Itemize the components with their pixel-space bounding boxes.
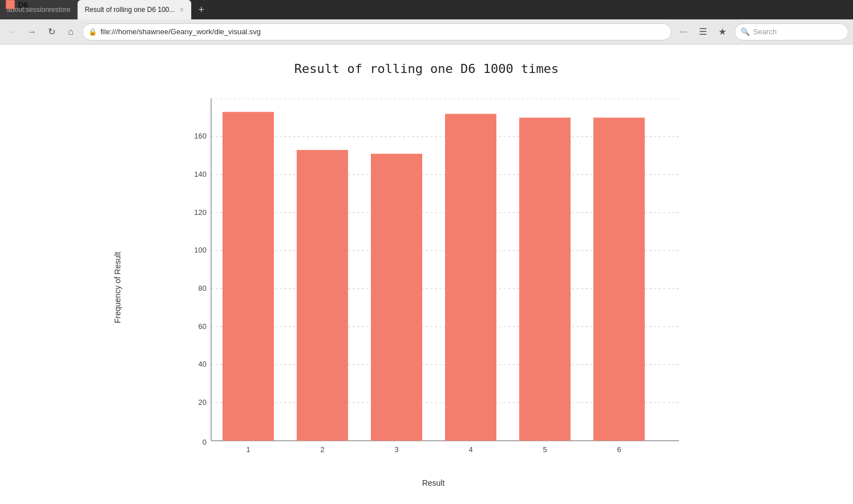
search-box[interactable]: 🔍 Search — [734, 23, 848, 40]
legend-swatch — [6, 0, 15, 9]
svg-text:6: 6 — [617, 445, 621, 454]
svg-text:5: 5 — [543, 445, 547, 454]
tab-chart-label: Result of rolling one D6 100... — [84, 6, 175, 14]
search-placeholder: Search — [753, 27, 777, 36]
bar-5 — [519, 117, 571, 441]
svg-text:1: 1 — [246, 445, 250, 454]
search-icon: 🔍 — [741, 27, 750, 36]
bar-4 — [445, 113, 496, 440]
address-bar[interactable]: 🔒 file:///home/shawnee/Geany_work/die_vi… — [82, 23, 672, 40]
svg-text:160: 160 — [194, 132, 207, 140]
svg-text:60: 60 — [198, 322, 206, 331]
browser-frame: about:sessionrestore Result of rolling o… — [0, 0, 853, 504]
svg-text:3: 3 — [394, 445, 398, 454]
home-button[interactable]: ⌂ — [63, 24, 79, 40]
toolbar-actions: ··· ☰ ★ — [675, 23, 731, 40]
back-button[interactable]: ← — [5, 24, 21, 40]
refresh-button[interactable]: ↻ — [43, 24, 59, 40]
x-axis-label: Result — [127, 478, 741, 487]
svg-text:2: 2 — [320, 445, 324, 454]
bar-chart: 160 140 120 100 80 60 40 — [127, 87, 741, 475]
bar-1 — [223, 112, 274, 441]
svg-text:20: 20 — [198, 398, 206, 407]
pocket-button[interactable]: ☰ — [694, 23, 711, 40]
forward-button[interactable]: → — [24, 24, 40, 40]
address-text: file:///home/shawnee/Geany_work/die_visu… — [100, 27, 261, 36]
svg-text:140: 140 — [194, 170, 207, 178]
bar-3 — [371, 153, 422, 440]
svg-text:120: 120 — [194, 208, 207, 217]
title-bar: about:sessionrestore Result of rolling o… — [0, 0, 853, 19]
toolbar: ← → ↻ ⌂ 🔒 file:///home/shawnee/Geany_wor… — [0, 19, 853, 44]
bar-6 — [593, 117, 645, 441]
more-button[interactable]: ··· — [675, 23, 692, 40]
chart-title: Result of rolling one D6 1000 times — [294, 62, 559, 76]
legend-label: D6 — [18, 1, 28, 9]
chart-container: Result of rolling one D6 1000 times Freq… — [113, 62, 741, 487]
chart-inner: D6 160 140 120 — [127, 87, 741, 487]
svg-text:0: 0 — [202, 438, 206, 446]
y-axis-label: Frequency of Result — [113, 87, 122, 487]
page-content: Result of rolling one D6 1000 times Freq… — [0, 44, 853, 504]
lock-icon: 🔒 — [88, 28, 97, 36]
svg-text:40: 40 — [198, 360, 206, 368]
svg-text:80: 80 — [198, 284, 206, 292]
legend: D6 — [6, 0, 28, 9]
svg-text:100: 100 — [194, 246, 207, 254]
svg-text:4: 4 — [468, 445, 472, 454]
bookmark-button[interactable]: ★ — [714, 23, 731, 40]
bar-2 — [297, 150, 348, 441]
new-tab-button[interactable]: + — [192, 0, 211, 19]
tab-close-icon[interactable]: × — [180, 5, 184, 14]
chart-area: Frequency of Result D6 — [113, 87, 741, 487]
tab-chart[interactable]: Result of rolling one D6 100... × — [78, 0, 191, 19]
